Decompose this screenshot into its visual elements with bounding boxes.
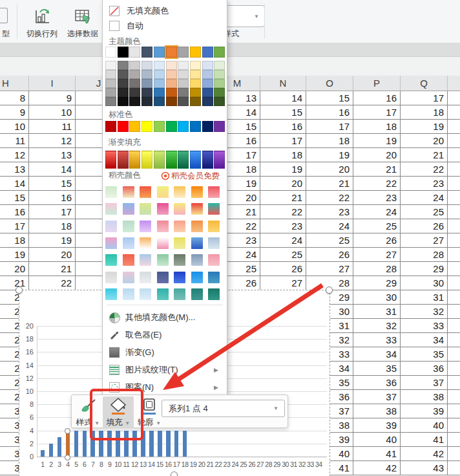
sheet-cell[interactable]: 43 [401, 461, 448, 475]
sheet-cell[interactable]: 23 [401, 177, 448, 191]
sheet-cell[interactable] [448, 376, 460, 390]
theme-tint-swatch[interactable] [154, 88, 165, 97]
docer-gradient-swatch[interactable] [140, 221, 151, 232]
theme-tint-swatch[interactable] [118, 61, 129, 70]
sheet-cell[interactable] [448, 390, 460, 404]
sheet-cell[interactable]: 33 [353, 333, 401, 347]
sheet-cell[interactable] [448, 134, 460, 148]
sheet-cell[interactable]: 27 [353, 248, 401, 262]
theme-tint-swatch[interactable] [202, 97, 213, 106]
theme-tint-swatch[interactable] [202, 79, 213, 88]
column-header-N[interactable]: N [260, 76, 306, 91]
sheet-cell[interactable] [448, 162, 460, 177]
theme-tint-swatch[interactable] [178, 61, 189, 70]
theme-tint-swatch[interactable] [154, 97, 165, 106]
sheet-cell[interactable]: 8 [0, 91, 29, 105]
docer-gradient-swatch[interactable] [191, 272, 203, 283]
sheet-cell[interactable] [448, 248, 460, 262]
sheet-cell[interactable]: 28 [401, 248, 448, 262]
sheet-cell[interactable]: 25 [306, 233, 353, 248]
theme-tint-swatch[interactable] [129, 88, 140, 97]
docer-gradient-swatch[interactable] [208, 254, 220, 266]
sheet-cell[interactable]: 31 [401, 290, 448, 305]
sheet-cell[interactable]: 15 [260, 105, 306, 120]
theme-tint-swatch[interactable] [214, 70, 225, 79]
docer-gradient-swatch[interactable] [105, 288, 117, 300]
theme-tint-swatch[interactable] [166, 97, 177, 106]
sheet-cell[interactable]: 14 [0, 177, 29, 191]
sheet-cell[interactable]: 17 [0, 219, 29, 233]
sheet-cell[interactable]: 13 [29, 148, 76, 162]
sheet-cell[interactable]: 27 [306, 262, 353, 276]
theme-tint-swatch[interactable] [202, 61, 213, 70]
theme-tint-swatch[interactable] [214, 79, 225, 88]
sheet-cell[interactable] [448, 191, 460, 205]
sheet-cell[interactable] [448, 418, 460, 433]
sheet-cell[interactable]: 20 [353, 148, 401, 162]
sheet-cell[interactable]: 16 [353, 91, 401, 105]
theme-tint-swatch[interactable] [141, 97, 152, 106]
theme-color-swatch[interactable] [129, 47, 140, 58]
menu-item-4[interactable]: 图片或纹理(T)▶ [103, 361, 225, 378]
gradient-fill-swatch[interactable] [154, 151, 165, 169]
sheet-cell[interactable]: 26 [353, 233, 401, 248]
menu-item-3[interactable]: 渐变(G) [103, 343, 225, 361]
sheet-cell[interactable]: 29 [401, 262, 448, 276]
sheet-cell[interactable]: 21 [29, 262, 76, 276]
theme-tint-swatch[interactable] [129, 97, 140, 106]
bar[interactable] [166, 431, 171, 457]
sheet-cell[interactable]: 14 [260, 91, 306, 105]
sheet-cell[interactable]: 34 [401, 333, 448, 347]
docer-gradient-swatch[interactable] [140, 186, 151, 198]
docer-gradient-swatch[interactable] [208, 221, 220, 232]
sheet-cell[interactable]: 25 [260, 248, 306, 262]
sheet-cell[interactable] [448, 290, 460, 305]
sheet-cell[interactable]: 22 [306, 191, 353, 205]
theme-tint-swatch[interactable] [178, 70, 189, 79]
chart-handle-top-right[interactable] [326, 287, 333, 294]
sheet-cell[interactable]: 22 [29, 276, 76, 290]
sheet-cell[interactable]: 9 [29, 91, 76, 105]
sheet-cell[interactable]: 21 [353, 162, 401, 177]
theme-tint-swatch[interactable] [105, 61, 116, 70]
docer-gradient-swatch[interactable] [174, 288, 185, 300]
sheet-cell[interactable]: 41 [401, 433, 448, 447]
docer-gradient-swatch[interactable] [123, 203, 134, 215]
theme-color-swatch[interactable] [214, 47, 225, 58]
sheet-cell[interactable]: 21 [260, 191, 306, 205]
docer-gradient-swatch[interactable] [208, 237, 220, 249]
gradient-fill-swatch[interactable] [202, 151, 213, 169]
sheet-cell[interactable]: 16 [0, 205, 29, 219]
theme-color-swatch[interactable] [190, 47, 201, 58]
docer-gradient-swatch[interactable] [208, 186, 220, 198]
sheet-cell[interactable]: 19 [260, 162, 306, 177]
sheet-cell[interactable]: 15 [0, 191, 29, 205]
sheet-cell[interactable]: 26 [401, 219, 448, 233]
theme-tint-swatch[interactable] [141, 79, 152, 88]
sheet-cell[interactable]: 18 [401, 105, 448, 120]
no-fill-item[interactable]: 无填充颜色 [103, 3, 225, 18]
theme-tint-swatch[interactable] [166, 70, 177, 79]
docer-gradient-swatch[interactable] [157, 288, 169, 300]
docer-gradient-swatch[interactable] [191, 221, 203, 232]
column-header-I[interactable]: I [29, 76, 76, 91]
docer-gradient-swatch[interactable] [140, 237, 151, 249]
bar[interactable] [58, 437, 62, 457]
formula-bar[interactable] [0, 57, 460, 76]
docer-gradient-swatch[interactable] [123, 254, 134, 266]
sheet-cell[interactable]: 17 [353, 105, 401, 120]
docer-gradient-swatch[interactable] [191, 203, 203, 215]
docer-gradient-swatch[interactable] [157, 203, 169, 215]
sheet-cell[interactable]: 36 [353, 376, 401, 390]
docer-gradient-swatch[interactable] [191, 186, 203, 198]
sheet-cell[interactable]: 15 [29, 177, 76, 191]
sheet-cell[interactable]: 32 [353, 319, 401, 333]
gradient-fill-swatch[interactable] [105, 151, 116, 169]
docer-gradient-swatch[interactable] [174, 221, 185, 232]
sheet-cell[interactable]: 18 [0, 233, 29, 248]
docer-gradient-swatch[interactable] [157, 254, 169, 266]
theme-tint-swatch[interactable] [154, 79, 165, 88]
chart-handle-top-left[interactable] [16, 287, 23, 294]
standard-color-swatch[interactable] [202, 121, 213, 132]
sheet-cell[interactable]: 21 [0, 276, 29, 290]
